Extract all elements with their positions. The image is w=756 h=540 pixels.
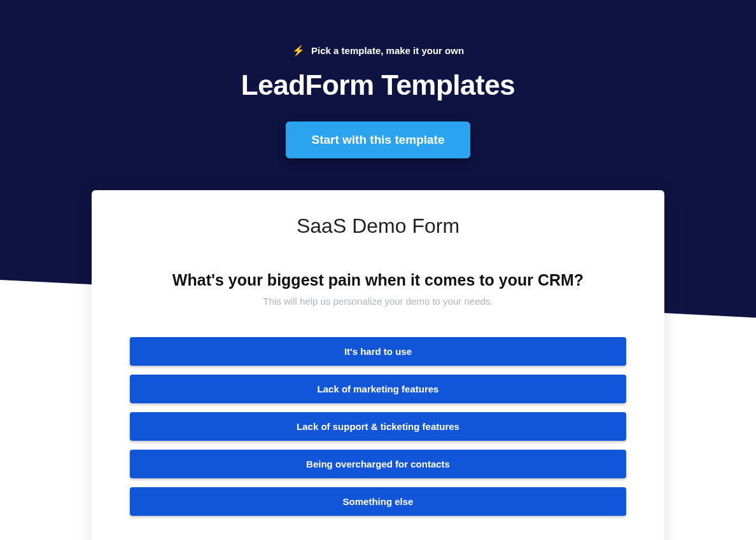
option-hard-to-use[interactable]: It's hard to use [130,337,626,366]
start-template-button[interactable]: Start with this template [286,121,470,158]
lightning-icon: ⚡ [292,45,305,56]
page-title: LeadForm Templates [0,69,756,101]
cta-wrap: Start with this template [0,121,756,158]
form-question: What's your biggest pain when it comes t… [130,271,626,289]
option-something-else[interactable]: Something else [130,487,626,516]
template-card: SaaS Demo Form What's your biggest pain … [92,190,664,540]
option-overcharged[interactable]: Being overcharged for contacts [130,450,626,478]
card-title: SaaS Demo Form [130,214,626,238]
eyebrow-text: Pick a template, make it your own [311,45,464,56]
eyebrow: ⚡ Pick a template, make it your own [0,45,756,57]
form-subtext: This will help us personalize your demo … [130,296,626,307]
option-lack-marketing[interactable]: Lack of marketing features [130,375,626,403]
page-container: ⚡ Pick a template, make it your own Lead… [0,0,756,540]
option-lack-support[interactable]: Lack of support & ticketing features [130,412,626,441]
options-list: It's hard to use Lack of marketing featu… [130,337,626,516]
